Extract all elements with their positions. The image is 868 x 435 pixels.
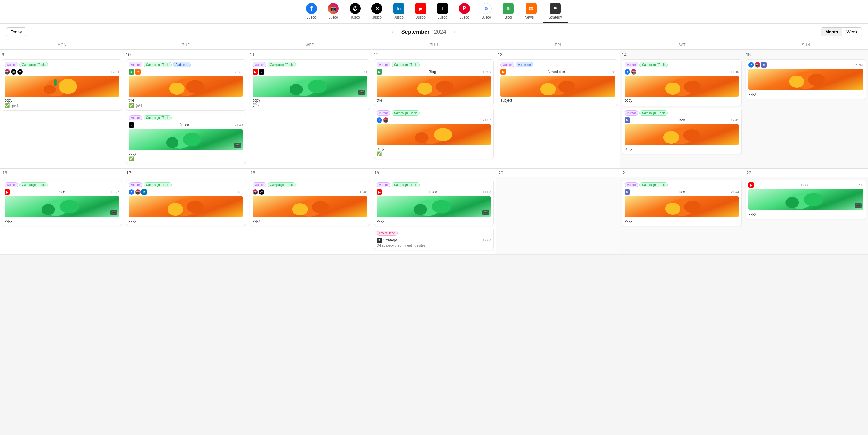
card-image [377, 76, 491, 97]
cell-mon9: 9 Author Campaign / Topic 📷 @ ✕ 17:34 co… [0, 50, 124, 168]
card-copy: copy [252, 98, 367, 103]
card-sat14-2[interactable]: Author Campaign / Topic M Jusco 12:41 co… [622, 108, 742, 154]
month-view-button[interactable]: Month [821, 28, 842, 36]
card-copy: copy [252, 219, 367, 223]
month-name: September [401, 29, 429, 35]
day-sat: SAT [620, 40, 744, 49]
card-tags: Author Campaign / Topic [252, 182, 367, 188]
card-image [500, 76, 615, 97]
icon-instagram: 📷 [252, 189, 258, 195]
platform-icons: ▶ ♪ [252, 69, 265, 75]
icon-instagram: 📷 [631, 69, 637, 75]
card-tags: Author Campaign / Topic [625, 110, 739, 115]
nav-x[interactable]: ✕ Jusco [366, 3, 388, 23]
tag-author: Author [625, 182, 638, 188]
card-meta: M Jusco 21:44 [625, 189, 739, 195]
card-mon9[interactable]: Author Campaign / Topic 📷 @ ✕ 17:34 copy… [2, 60, 122, 111]
svg-point-39 [312, 201, 329, 213]
svg-point-11 [308, 80, 327, 93]
icon-threads: @ [259, 189, 265, 195]
card-wed18[interactable]: Author Campaign / Topic 📷 @ 09:48 copy [250, 179, 370, 226]
date-21-header: 21 [620, 169, 744, 177]
card-sat14-1[interactable]: Author Campaign / Topic f 📷 11:15 copy [622, 60, 742, 106]
svg-point-24 [684, 81, 701, 93]
icon-newsletter: ✉ [500, 69, 506, 75]
platform-icons: B [377, 69, 382, 75]
card-tags: Author Campaign / Topic [377, 110, 491, 115]
next-month-button[interactable]: → [451, 29, 457, 35]
card-image: 🎬 [5, 196, 119, 217]
icon-instagram: 📷 [135, 189, 141, 195]
card-meta: f 📷 11:15 [625, 69, 739, 75]
icon-x: ✕ [17, 69, 23, 75]
card-tue17[interactable]: Author Campaign / Topic f 📷 in 10:31 cop… [126, 179, 246, 226]
card-image: 🎬 [748, 189, 863, 210]
card-copy: copy [625, 219, 739, 223]
nav-youtube[interactable]: ▶ Jusco [410, 3, 432, 23]
today-button[interactable]: Today [6, 27, 26, 36]
nav-pinterest[interactable]: P Jusco [454, 3, 475, 23]
week2-dates: 16 17 18 19 20 21 22 [0, 168, 868, 177]
nav-tiktok[interactable]: ♪ Jusco [432, 3, 454, 23]
week-view-button[interactable]: Week [842, 28, 862, 36]
card-sat21[interactable]: Author Campaign / Topic M Jusco 21:44 co… [622, 179, 742, 226]
tag-author: Author [625, 110, 638, 115]
card-image [5, 76, 119, 97]
card-thu19-strategy[interactable]: Project lead ⚑ Strategy 17:00 Q4 strateg… [374, 228, 494, 250]
tag-author: Author [625, 62, 638, 67]
card-tue10-2[interactable]: Author Campaign / Topic ♪ Jusco 21:43 🎬 … [126, 112, 246, 164]
card-fri13[interactable]: Author Audience ✉ Newsletter 15:28 subje… [498, 60, 618, 106]
card-time: 17:00 [483, 238, 491, 242]
nav-facebook[interactable]: f Jusco [301, 3, 322, 23]
svg-point-5 [169, 82, 184, 95]
svg-point-47 [804, 193, 824, 206]
nav-blog[interactable]: B Blog [497, 3, 519, 23]
nav-linkedin-label: Jusco [394, 15, 404, 20]
day-wed: WED [248, 40, 372, 49]
tag-campaign: Campaign / Topic [640, 182, 668, 188]
card-tags: Author Campaign / Topic [129, 182, 243, 188]
nav-google[interactable]: G Jusco [475, 3, 497, 23]
card-time: 21:43 [235, 123, 243, 127]
card-copy: copy [748, 91, 863, 96]
nav-instagram[interactable]: 📷 Jusco [322, 3, 344, 23]
prev-month-button[interactable]: ← [391, 29, 396, 35]
cell-fri20 [496, 177, 620, 255]
calendar-week1: 9 Author Campaign / Topic 📷 @ ✕ 17:34 co… [0, 50, 868, 168]
card-thu12-2[interactable]: Author Campaign / Topic f 📷 21:37 copy ✅ [374, 108, 494, 159]
card-sun22[interactable]: ▶ Jusco 11:08 🎬 copy [746, 179, 866, 219]
nav-strategy[interactable]: ⚑ Strategy [543, 3, 567, 23]
card-meta: ♪ Jusco 21:43 [129, 122, 243, 128]
tag-campaign: Campaign / Topic [392, 62, 420, 67]
calendar-header: Today ← September 2024 → Month Week [0, 24, 868, 40]
video-icon: 🎬 [234, 143, 241, 148]
card-time: 15:34 [359, 70, 367, 74]
nav-newsletter[interactable]: ✉ Newsl... [519, 3, 543, 23]
svg-point-17 [434, 128, 452, 141]
card-subject: subject [500, 98, 615, 103]
platform-label: Jusco [56, 190, 65, 194]
nav-linkedin[interactable]: in Jusco [388, 3, 410, 23]
card-sun15[interactable]: f 📷 M 21:41 copy [746, 60, 866, 99]
tag-author: Author [5, 182, 18, 188]
strategy-label: Strategy [383, 238, 397, 242]
card-meta: B Blog 10:00 [377, 69, 491, 75]
card-thu19-1[interactable]: Author Campaign / Topic ▶ Jusco 11:08 🎬 … [374, 179, 494, 226]
date-10: 10 [126, 52, 246, 57]
card-image [625, 76, 739, 97]
card-mon16[interactable]: Author Campaign / Topic ▶ Jusco 15:27 🎬 … [2, 179, 122, 226]
card-footer: ✅ 💬 3 [5, 103, 119, 108]
card-title: title [129, 98, 243, 103]
card-tue10-1[interactable]: Author Campaign / Topic Audience B ✉ 09:… [126, 60, 246, 111]
card-wed11[interactable]: Author Campaign / Topic ▶ ♪ 15:34 🎬 copy… [250, 60, 370, 110]
tag-author: Author [252, 182, 266, 188]
nav-google-label: Jusco [482, 15, 491, 20]
card-footer: ✅ [129, 156, 243, 161]
icon-newsletter: ✉ [135, 69, 141, 75]
svg-point-27 [683, 129, 700, 141]
tag-author: Author [377, 110, 390, 115]
cell-wed18: Author Campaign / Topic 📷 @ 09:48 copy [248, 177, 372, 255]
nav-threads[interactable]: @ Jusco [344, 3, 366, 23]
card-time: 11:15 [731, 70, 739, 74]
card-thu12-1[interactable]: Author Campaign / Topic B Blog 10:00 tit… [374, 60, 494, 106]
